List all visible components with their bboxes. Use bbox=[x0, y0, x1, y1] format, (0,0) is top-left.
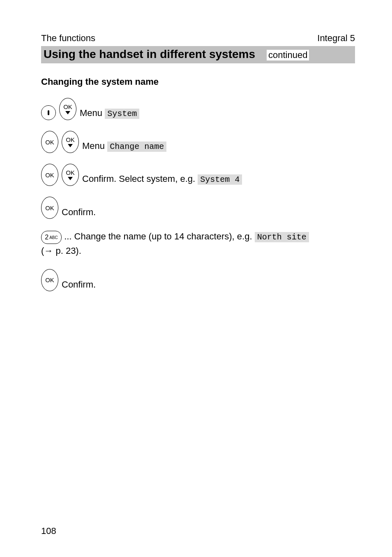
step-text: Menu Change name bbox=[82, 139, 166, 153]
ok-button-icon: OK bbox=[41, 164, 58, 186]
keypad-2abc-icon: 2 ABC bbox=[41, 231, 62, 244]
step-text: Confirm. Select system, e.g. System 4 bbox=[82, 172, 242, 186]
step-row: OK OK Confirm. Select system, e.g. Syste… bbox=[41, 164, 355, 186]
manual-page: The functions Integral 5 Using the hands… bbox=[0, 0, 392, 557]
subsection-heading: Changing the system name bbox=[41, 77, 355, 87]
system-id-value: System 4 bbox=[198, 174, 242, 185]
ok-label: OK bbox=[45, 277, 54, 283]
ok-label: OK bbox=[66, 169, 75, 176]
change-name-text: ... Change the name (up to 14 characters… bbox=[64, 231, 252, 241]
power-icon bbox=[41, 105, 56, 120]
header-left: The functions bbox=[41, 33, 95, 44]
step-row: 2 ABC ... Change the name (up to 14 char… bbox=[41, 230, 355, 258]
example-name-value: North site bbox=[255, 232, 309, 242]
ok-label: OK bbox=[45, 205, 54, 211]
menu-label: Menu bbox=[80, 108, 102, 118]
header-right: Integral 5 bbox=[317, 33, 355, 44]
ok-down-button-icon: OK bbox=[62, 131, 79, 153]
step-row: OK Confirm. bbox=[41, 269, 355, 291]
running-header: The functions Integral 5 bbox=[41, 33, 355, 44]
step-row: OK OK Menu Change name bbox=[41, 131, 355, 153]
ok-label: OK bbox=[63, 104, 72, 110]
ok-label: OK bbox=[45, 139, 54, 145]
menu-value: System bbox=[105, 109, 139, 119]
menu-value: Change name bbox=[107, 142, 166, 152]
page-number: 108 bbox=[41, 526, 56, 536]
section-title-bar: Using the handset in different systems c… bbox=[41, 46, 355, 63]
section-continued: continued bbox=[267, 50, 309, 60]
keypad-number: 2 bbox=[45, 232, 48, 243]
ok-button-icon: OK bbox=[41, 269, 58, 291]
ok-down-button-icon: OK bbox=[59, 98, 76, 120]
section-title: Using the handset in different systems bbox=[44, 48, 255, 61]
ok-button-icon: OK bbox=[41, 131, 58, 153]
step-row: OK Confirm. bbox=[41, 197, 355, 219]
keypad-letters: ABC bbox=[49, 234, 58, 241]
page-reference: (→ p. 23). bbox=[41, 246, 81, 256]
menu-label: Menu bbox=[82, 141, 105, 151]
step-text: Menu System bbox=[80, 106, 139, 120]
ok-label: OK bbox=[66, 137, 75, 143]
chevron-down-icon bbox=[68, 144, 73, 147]
ok-button-icon: OK bbox=[41, 197, 58, 219]
step-row: OK Menu System bbox=[41, 98, 355, 120]
chevron-down-icon bbox=[68, 177, 73, 180]
confirm-label: Confirm. bbox=[62, 278, 96, 291]
ok-label: OK bbox=[45, 172, 54, 178]
ok-down-button-icon: OK bbox=[62, 164, 79, 186]
confirm-select-label: Confirm. Select system, e.g. bbox=[82, 174, 195, 184]
confirm-label: Confirm. bbox=[62, 205, 96, 219]
chevron-down-icon bbox=[65, 111, 70, 114]
